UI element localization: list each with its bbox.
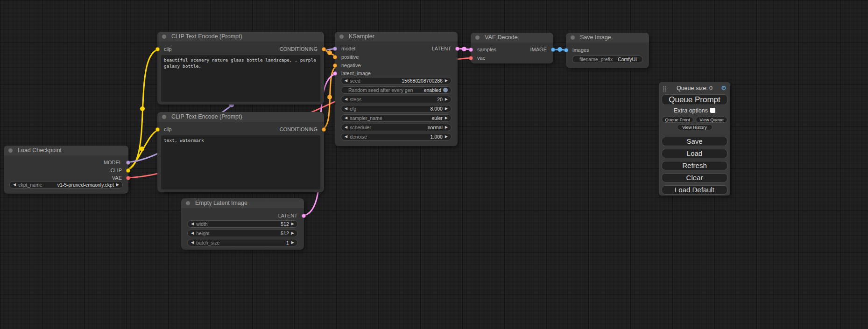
output-port-clip[interactable]	[126, 168, 130, 173]
collapse-dot-icon[interactable]	[186, 201, 190, 205]
output-port-vae[interactable]	[126, 176, 130, 180]
cfg-widget[interactable]: ◀ cfg 8.000 ▶	[341, 105, 452, 112]
drag-handle-icon[interactable]	[663, 86, 666, 91]
view-queue-button[interactable]: View Queue	[696, 117, 727, 123]
load-default-button[interactable]: Load Default	[662, 185, 727, 195]
input-port-clip[interactable]	[155, 127, 160, 132]
toggle-dot-icon[interactable]	[443, 88, 448, 92]
combo-next-icon[interactable]: ▶	[445, 114, 448, 122]
random-seed-toggle-widget[interactable]: Random seed after every gen enabled	[341, 86, 452, 94]
output-port-image[interactable]	[551, 48, 555, 52]
output-port-latent[interactable]	[455, 47, 459, 51]
increment-icon[interactable]: ▶	[291, 239, 294, 246]
width-widget[interactable]: ◀ width 512 ▶	[187, 220, 298, 228]
increment-icon[interactable]: ▶	[445, 133, 448, 140]
gear-icon[interactable]: ⚙	[721, 84, 727, 92]
decrement-icon[interactable]: ◀	[345, 133, 347, 140]
prompt-textarea[interactable]: text, watermark	[161, 135, 320, 189]
link-dot[interactable]	[140, 106, 145, 111]
scheduler-widget[interactable]: ◀ scheduler normal ▶	[341, 124, 452, 131]
output-slot-image: IMAGE	[530, 46, 553, 53]
denoise-widget[interactable]: ◀ denoise 1.000 ▶	[341, 133, 452, 140]
node-title-label: Load Checkpoint	[18, 147, 62, 154]
collapse-dot-icon[interactable]	[475, 35, 480, 40]
decrement-icon[interactable]: ◀	[191, 220, 194, 228]
output-port-model[interactable]	[126, 161, 130, 165]
collapse-dot-icon[interactable]	[571, 35, 575, 40]
queue-front-button[interactable]: Queue Front	[662, 117, 693, 123]
node-title-label: Empty Latent Image	[195, 200, 247, 206]
widget-label: ckpt_name	[18, 182, 42, 188]
sampler-name-widget[interactable]: ◀ sampler_name euler ▶	[341, 114, 452, 122]
combo-next-icon[interactable]: ▶	[116, 181, 119, 189]
load-button[interactable]: Load	[662, 149, 727, 158]
output-slot-conditioning: CONDITIONING	[280, 46, 324, 52]
collapse-dot-icon[interactable]	[339, 35, 344, 39]
collapse-dot-icon[interactable]	[8, 148, 13, 153]
collapse-dot-icon[interactable]	[162, 35, 166, 39]
node-clip-text-encode-negative[interactable]: CLIP Text Encode (Prompt) clip CONDITION…	[157, 112, 324, 192]
combo-prev-icon[interactable]: ◀	[13, 181, 16, 189]
widget-label: height	[196, 231, 210, 236]
output-port-conditioning[interactable]	[322, 127, 326, 132]
output-port-latent[interactable]	[302, 214, 306, 218]
input-port-clip[interactable]	[155, 47, 160, 51]
increment-icon[interactable]: ▶	[291, 220, 294, 228]
input-port-vae[interactable]	[469, 56, 473, 60]
increment-icon[interactable]: ▶	[291, 230, 294, 237]
input-port-samples[interactable]	[469, 48, 473, 52]
comfyui-canvas[interactable]: { "ui": { "arrow_left": "◀", "arrow_righ…	[0, 0, 868, 329]
input-slot-samples: samples	[471, 46, 496, 53]
link-dot[interactable]	[557, 47, 562, 52]
output-port-conditioning[interactable]	[322, 47, 326, 51]
clear-button[interactable]: Clear	[662, 173, 727, 182]
node-empty-latent-image[interactable]: Empty Latent Image LATENT ◀ width 512 ▶ …	[181, 198, 304, 250]
node-vae-decode[interactable]: VAE Decode samples vae IMAGE	[471, 33, 553, 63]
input-port-latent-image[interactable]	[333, 71, 337, 76]
output-slot-conditioning: CONDITIONING	[280, 126, 324, 133]
extra-options-checkbox[interactable]	[710, 108, 715, 113]
increment-icon[interactable]: ▶	[445, 105, 448, 112]
decrement-icon[interactable]: ◀	[345, 96, 347, 103]
decrement-icon[interactable]: ◀	[191, 230, 194, 237]
combo-next-icon[interactable]: ▶	[445, 124, 448, 131]
node-ksampler[interactable]: KSampler model positive negative latent_…	[335, 32, 458, 146]
input-port-model[interactable]	[333, 47, 337, 51]
output-slot-latent: LATENT	[278, 212, 304, 219]
link-dot[interactable]	[140, 147, 144, 151]
refresh-button[interactable]: Refresh	[662, 161, 727, 170]
wire-clip-to-positive-encoder	[124, 49, 161, 170]
view-history-button[interactable]: View History	[677, 124, 713, 130]
height-widget[interactable]: ◀ height 512 ▶	[187, 230, 298, 237]
widget-label: sampler_name	[350, 115, 382, 121]
widget-value: 20	[437, 97, 443, 102]
input-port-images[interactable]	[564, 48, 568, 52]
node-load-checkpoint[interactable]: Load Checkpoint MODEL CLIP VAE ◀ ckpt_na…	[4, 146, 128, 194]
save-button[interactable]: Save	[662, 137, 727, 146]
link-dot[interactable]	[462, 47, 466, 51]
increment-icon[interactable]: ▶	[445, 96, 448, 103]
seed-widget[interactable]: ◀ seed 156680208700286 ▶	[341, 77, 452, 84]
node-clip-text-encode-positive[interactable]: CLIP Text Encode (Prompt) clip CONDITION…	[157, 32, 324, 105]
input-port-positive[interactable]	[333, 55, 337, 59]
combo-prev-icon[interactable]: ◀	[345, 114, 347, 122]
queue-prompt-button[interactable]: Queue Prompt	[662, 94, 727, 105]
collapse-dot-icon[interactable]	[162, 115, 166, 119]
ckpt-name-widget[interactable]: ◀ ckpt_name v1-5-pruned-emaonly.ckpt ▶	[9, 181, 123, 189]
combo-prev-icon[interactable]: ◀	[345, 124, 347, 131]
node-title: Empty Latent Image	[181, 198, 304, 208]
filename-prefix-widget[interactable]: filename_prefix ComfyUI	[572, 56, 643, 63]
prompt-textarea[interactable]: beautiful scenery nature glass bottle la…	[161, 55, 320, 102]
decrement-icon[interactable]: ◀	[345, 77, 347, 84]
input-slot-positive: positive	[335, 54, 359, 60]
decrement-icon[interactable]: ◀	[191, 239, 194, 246]
steps-widget[interactable]: ◀ steps 20 ▶	[341, 96, 452, 103]
link-dot[interactable]	[327, 50, 332, 55]
node-title-label: Save Image	[580, 34, 611, 41]
link-dot[interactable]	[327, 95, 332, 99]
increment-icon[interactable]: ▶	[445, 77, 448, 84]
decrement-icon[interactable]: ◀	[345, 105, 347, 112]
node-save-image[interactable]: Save Image images filename_prefix ComfyU…	[566, 33, 649, 68]
batch-size-widget[interactable]: ◀ batch_size 1 ▶	[187, 239, 298, 246]
input-port-negative[interactable]	[333, 63, 337, 68]
